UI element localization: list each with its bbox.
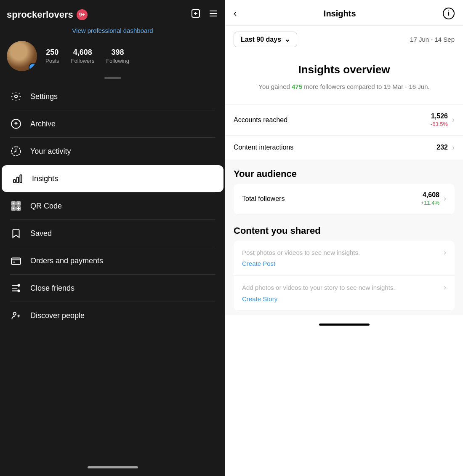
content-shared-section: Content you shared Post photos or videos… <box>225 217 463 315</box>
date-dropdown-label: Last 90 days <box>241 36 281 43</box>
date-range: 17 Jun - 14 Sep <box>410 36 455 43</box>
avatar: + <box>7 41 37 71</box>
total-followers-row[interactable]: Total followers 4,608 +11.4% › <box>234 184 455 214</box>
chevron-right-icon-4: › <box>444 248 446 257</box>
svg-point-31 <box>18 290 19 291</box>
audience-title: Your audience <box>234 168 455 179</box>
svg-point-30 <box>18 284 19 286</box>
stat-following: 398 Following <box>106 48 129 64</box>
qr-code-label: QR Code <box>30 202 62 211</box>
accounts-reached-change: -63.5% <box>431 121 448 127</box>
date-dropdown[interactable]: Last 90 days ⌄ <box>234 32 297 47</box>
chevron-right-icon-5: › <box>444 283 446 292</box>
bottom-bar-right <box>319 324 370 326</box>
create-story-row[interactable]: Add photos or videos to your story to se… <box>234 275 455 311</box>
left-panel: sprockerlovers 9+ <box>0 0 225 476</box>
accounts-reached-value: 1,526 <box>431 112 448 120</box>
svg-point-32 <box>13 312 16 315</box>
total-followers-value: 4,608 <box>421 191 439 199</box>
accounts-reached-right: 1,526 -63.5% › <box>431 112 455 128</box>
top-icons <box>191 8 218 21</box>
activity-icon <box>10 145 22 157</box>
create-post-link[interactable]: Create Post <box>242 260 275 267</box>
orders-label: Orders and payments <box>30 257 103 265</box>
date-filter-row: Last 90 days ⌄ 17 Jun - 14 Sep <box>225 26 463 53</box>
settings-label: Settings <box>30 92 58 101</box>
close-friends-icon <box>10 282 22 294</box>
metric-accounts-reached[interactable]: Accounts reached 1,526 -63.5% › <box>225 105 463 136</box>
create-story-link[interactable]: Create Story <box>242 295 277 302</box>
top-bar: sprockerlovers 9+ <box>7 8 218 21</box>
content-interactions-label: Content interactions <box>234 144 293 151</box>
sidebar-item-qr-code[interactable]: QR Code <box>0 193 225 219</box>
overview-desc-post: more followers compared to 19 Mar - 16 J… <box>302 83 430 90</box>
svg-rect-24 <box>11 258 21 265</box>
activity-label: Your activity <box>30 147 71 156</box>
menu-icon[interactable] <box>208 8 218 21</box>
discover-label: Discover people <box>30 311 85 320</box>
insights-header: ‹ Insights i <box>225 0 463 26</box>
create-story-desc: Add photos or videos to your story to se… <box>242 283 444 293</box>
menu-list: Settings Archive Your activ <box>0 83 225 329</box>
metric-content-interactions[interactable]: Content interactions 232 › <box>225 136 463 160</box>
qr-code-icon <box>10 200 22 212</box>
audience-card: Total followers 4,608 +11.4% › <box>234 184 455 214</box>
back-button[interactable]: ‹ <box>234 8 237 19</box>
saved-label: Saved <box>30 229 52 238</box>
insights-label: Insights <box>32 174 58 183</box>
discover-icon <box>10 310 22 321</box>
content-interactions-value: 232 <box>436 144 448 151</box>
insights-overview: Insights overview You gained 475 more fo… <box>225 53 463 100</box>
svg-rect-17 <box>18 203 19 204</box>
svg-rect-12 <box>20 175 21 182</box>
chevron-down-icon: ⌄ <box>285 35 290 43</box>
header-title: Insights <box>324 9 356 19</box>
settings-icon <box>10 91 22 102</box>
followers-count: 4,608 <box>71 48 95 57</box>
close-friends-label: Close friends <box>30 284 75 293</box>
total-followers-change: +11.4% <box>421 200 439 206</box>
add-icon[interactable] <box>191 8 201 21</box>
content-shared-title: Content you shared <box>234 225 455 236</box>
avatar-plus-icon: + <box>29 63 37 71</box>
sidebar-item-archive[interactable]: Archive <box>0 110 225 137</box>
total-followers-label: Total followers <box>242 195 285 203</box>
dashboard-link[interactable]: View professional dashboard <box>7 27 218 34</box>
svg-rect-20 <box>17 207 18 208</box>
archive-icon <box>10 118 22 130</box>
sidebar-item-orders-payments[interactable]: Orders and payments <box>0 247 225 274</box>
audience-section: Your audience Total followers 4,608 +11.… <box>225 160 463 217</box>
profile-stats: + 250 Posts 4,608 Followers 398 Followin… <box>7 41 218 71</box>
svg-rect-22 <box>17 209 18 210</box>
following-count: 398 <box>106 48 129 57</box>
overview-description: You gained 475 more followers compared t… <box>234 82 455 92</box>
svg-rect-11 <box>17 177 19 183</box>
info-button[interactable]: i <box>443 8 455 19</box>
sidebar-item-close-friends[interactable]: Close friends <box>0 275 225 302</box>
svg-rect-10 <box>13 179 15 183</box>
stat-posts: 250 Posts <box>45 48 59 64</box>
username: sprockerlovers <box>7 9 73 20</box>
sidebar-item-saved[interactable]: Saved <box>0 220 225 247</box>
notification-badge: 9+ <box>77 9 88 20</box>
drawer-handle <box>104 77 121 79</box>
stat-followers: 4,608 Followers <box>71 48 95 64</box>
saved-icon <box>10 227 22 239</box>
bottom-bar-left <box>88 466 138 468</box>
chevron-right-icon: › <box>452 115 455 124</box>
sidebar-item-insights[interactable]: Insights <box>2 165 224 192</box>
followers-label: Followers <box>71 58 95 64</box>
posts-count: 250 <box>45 48 59 57</box>
create-post-row[interactable]: Post photos or videos to see new insight… <box>234 241 455 276</box>
chevron-right-icon-2: › <box>452 143 455 152</box>
sidebar-item-settings[interactable]: Settings <box>0 83 225 110</box>
username-row: sprockerlovers 9+ <box>7 9 88 20</box>
insights-icon <box>12 173 24 185</box>
svg-point-6 <box>15 95 18 98</box>
sidebar-item-discover-people[interactable]: Discover people <box>0 302 225 329</box>
content-shared-card: Post photos or videos to see new insight… <box>234 241 455 311</box>
svg-rect-23 <box>19 207 20 208</box>
accounts-reached-label: Accounts reached <box>234 116 287 124</box>
sidebar-item-your-activity[interactable]: Your activity <box>0 138 225 165</box>
profile-area: sprockerlovers 9+ <box>0 0 225 71</box>
